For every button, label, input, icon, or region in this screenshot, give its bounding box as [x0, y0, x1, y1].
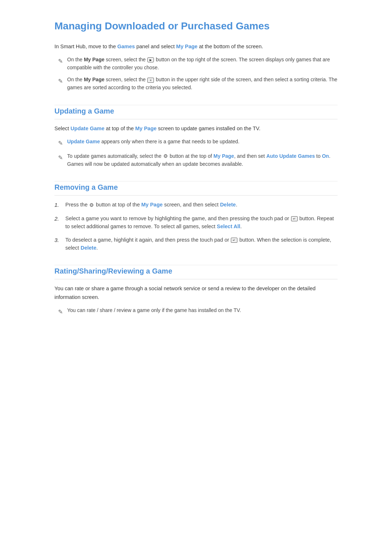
delete-link-2: Delete: [81, 245, 97, 251]
rating-note-1: You can rate / share / review a game onl…: [54, 307, 338, 317]
my-page-link-4: My Page: [141, 202, 163, 208]
updating-note-1: Update Game appears only when there is a…: [54, 138, 338, 148]
updating-note-2: To update games automatically, select th…: [54, 152, 338, 168]
section-title-rating: Rating/Sharing/Reviewing a Game: [54, 265, 338, 279]
select-all-link: Select All: [217, 223, 240, 229]
intro-note-1: On the My Page screen, select the ▶ butt…: [54, 56, 338, 71]
my-page-link-2: My Page: [135, 126, 156, 131]
pencil-icon-4: [58, 153, 63, 163]
updating-note-2-text: To update games automatically, select th…: [67, 152, 338, 168]
removing-step-3-content: To deselect a game, highlight it again, …: [65, 236, 338, 252]
on-link: On: [322, 153, 329, 159]
removing-step-1-content: Press the ⚙ button at top of the My Page…: [65, 201, 338, 209]
enter-icon-1: ↵: [291, 216, 298, 221]
step-number-1: 1.: [54, 201, 65, 209]
my-page-link: My Page: [176, 44, 197, 49]
section-title-updating: Updating a Game: [54, 105, 338, 119]
updating-note-1-text: Update Game appears only when there is a…: [67, 138, 240, 146]
section-removing: Removing a Game 1. Press the ⚙ button at…: [54, 181, 338, 252]
gamepad-button-icon: ▶: [147, 57, 154, 62]
removing-step-1: 1. Press the ⚙ button at top of the My P…: [54, 201, 338, 209]
update-game-link-2: Update Game: [67, 139, 100, 144]
pencil-icon-1: [58, 57, 63, 66]
list-button-icon: ≡: [147, 78, 154, 83]
intro-note-2-text: On the My Page screen, select the ≡ butt…: [67, 76, 338, 91]
pencil-icon-5: [58, 307, 63, 317]
rating-note-1-text: You can rate / share / review a game onl…: [67, 307, 241, 315]
removing-list: 1. Press the ⚙ button at top of the My P…: [54, 201, 338, 252]
delete-link-1: Delete: [220, 202, 236, 208]
intro-note-2: On the My Page screen, select the ≡ butt…: [54, 76, 338, 91]
removing-step-3: 3. To deselect a game, highlight it agai…: [54, 236, 338, 252]
my-page-link-3: My Page: [213, 153, 234, 159]
page-title: Managing Downloaded or Purchased Games: [54, 18, 338, 34]
section-title-removing: Removing a Game: [54, 181, 338, 196]
removing-step-2: 2. Select a game you want to remove by h…: [54, 214, 338, 231]
pencil-icon-3: [58, 139, 63, 148]
step-number-3: 3.: [54, 236, 65, 244]
my-page-bold-1: My Page: [84, 57, 105, 62]
intro-paragraph: In Smart Hub, move to the Games panel an…: [54, 42, 338, 51]
games-link: Games: [117, 44, 135, 49]
section-rating: Rating/Sharing/Reviewing a Game You can …: [54, 265, 338, 316]
section-updating: Updating a Game Select Update Game at to…: [54, 105, 338, 168]
gear-icon-2: ⚙: [89, 201, 94, 209]
removing-step-2-content: Select a game you want to remove by high…: [65, 214, 338, 231]
intro-note-1-text: On the My Page screen, select the ▶ butt…: [67, 56, 338, 71]
pencil-icon-2: [58, 77, 63, 86]
rating-intro: You can rate or share a game through a s…: [54, 284, 338, 301]
gear-icon-1: ⚙: [163, 152, 168, 160]
enter-icon-2: ↵: [231, 238, 237, 243]
updating-intro: Select Update Game at top of the My Page…: [54, 124, 338, 133]
step-number-2: 2.: [54, 214, 65, 223]
update-game-link: Update Game: [70, 126, 104, 131]
page-container: Managing Downloaded or Purchased Games I…: [33, 0, 359, 339]
auto-update-games-link: Auto Update Games: [266, 153, 315, 159]
my-page-bold-2: My Page: [84, 77, 105, 82]
